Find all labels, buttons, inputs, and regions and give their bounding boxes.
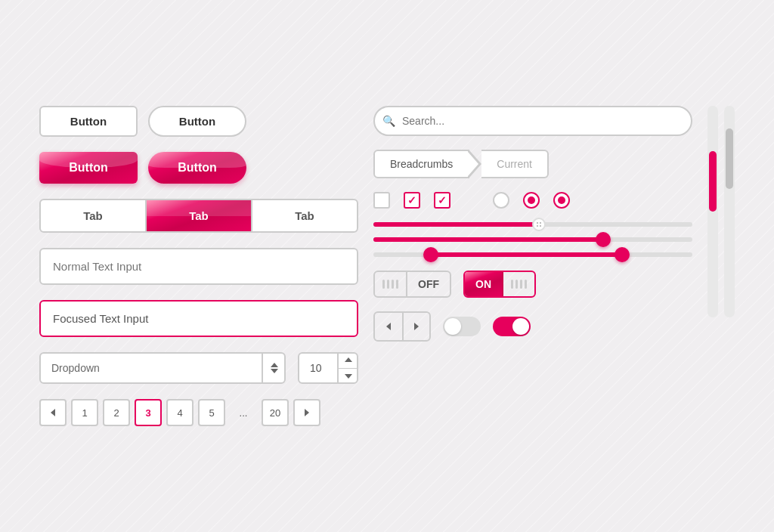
prev-icon xyxy=(51,409,55,416)
toggle-line-r1 xyxy=(511,280,513,289)
slider-3-track xyxy=(373,252,692,257)
tab-3[interactable]: Tab xyxy=(252,200,357,231)
toggle-lines-left xyxy=(375,274,406,295)
spinner-up-icon xyxy=(345,357,352,362)
spinner-wrapper xyxy=(298,352,358,384)
button-pink-1[interactable]: Button xyxy=(39,152,138,184)
checkbox-checked-2[interactable]: ✓ xyxy=(434,192,450,209)
radio-checked-2[interactable] xyxy=(553,192,570,209)
slider-2-track xyxy=(373,237,692,242)
breadcrumb-separator xyxy=(469,150,481,178)
toggle-lines-right xyxy=(503,274,534,295)
scrollbar-thumb-pink[interactable] xyxy=(709,151,717,212)
slider-3-fill xyxy=(431,252,622,257)
toggle-line-1 xyxy=(382,280,385,289)
ios-toggle-off[interactable] xyxy=(443,317,481,336)
scrollbar-vertical-pink[interactable] xyxy=(707,106,718,317)
scrollbar-section xyxy=(707,106,735,426)
tab-2[interactable]: Tab xyxy=(147,200,252,231)
spinner-down-btn[interactable] xyxy=(339,369,358,385)
pagination-row: 1 2 3 4 5 ... 20 xyxy=(39,399,358,426)
dropdown-wrapper: Dropdown xyxy=(39,352,286,384)
button-outline-1[interactable]: Button xyxy=(39,106,138,137)
checks-radios-row: ✓ ✓ xyxy=(373,192,692,209)
breadcrumb-item-1[interactable]: Breadcrumbs xyxy=(373,150,469,178)
page-5[interactable]: 5 xyxy=(198,399,225,426)
tabs-row: Tab Tab Tab xyxy=(39,199,358,233)
breadcrumb-current: Current xyxy=(481,150,549,178)
page-1[interactable]: 1 xyxy=(71,399,98,426)
toggle-line-r3 xyxy=(520,280,522,289)
next-icon xyxy=(305,409,309,416)
toggles-row: OFF ON xyxy=(373,271,692,298)
spinner-down-icon xyxy=(345,374,352,379)
button-pink-rounded-1[interactable]: Button xyxy=(148,152,246,184)
page-dots: ... xyxy=(230,399,257,426)
toggle-on-label: ON xyxy=(465,272,503,296)
search-input[interactable] xyxy=(373,106,692,136)
radio-dot-1 xyxy=(528,196,535,204)
dropdown-arrow-down xyxy=(271,369,278,373)
page-2[interactable]: 2 xyxy=(103,399,130,426)
toggle-on[interactable]: ON xyxy=(463,271,536,298)
page-4[interactable]: 4 xyxy=(166,399,194,426)
spinner-arrows xyxy=(337,352,358,384)
pink-buttons-row: Button Button xyxy=(39,152,358,184)
focused-text-input[interactable] xyxy=(39,300,358,337)
sliders-section xyxy=(373,222,692,257)
media-next-icon xyxy=(414,323,419,330)
slider-2-fill xyxy=(373,237,603,242)
spinner-up-btn[interactable] xyxy=(339,352,358,369)
slider-1-thumb[interactable] xyxy=(532,218,546,231)
button-outline-rounded-1[interactable]: Button xyxy=(148,106,246,137)
search-icon: 🔍 xyxy=(382,115,395,127)
pagination-prev[interactable] xyxy=(39,399,67,426)
toggle-line-r2 xyxy=(515,280,518,289)
toggle-off-label: OFF xyxy=(406,272,450,296)
toggle-line-4 xyxy=(396,280,398,289)
media-btn-group xyxy=(373,311,431,342)
dropdown-arrow-up xyxy=(271,363,278,367)
pagination-next[interactable] xyxy=(293,399,320,426)
slider-3-thumb-right[interactable] xyxy=(615,247,630,262)
radio-unchecked[interactable] xyxy=(493,192,509,209)
slider-1-fill xyxy=(373,222,539,227)
checkbox-unchecked[interactable] xyxy=(373,192,390,209)
right-panel: 🔍 Breadcrumbs Current ✓ ✓ xyxy=(373,106,692,426)
form-controls-row: Dropdown xyxy=(39,352,358,384)
checkbox-checked-1[interactable]: ✓ xyxy=(404,192,420,209)
media-ios-row xyxy=(373,311,692,342)
dropdown-arrow[interactable] xyxy=(262,352,286,384)
page-3[interactable]: 3 xyxy=(135,399,162,426)
breadcrumb-row: Breadcrumbs Current xyxy=(373,150,692,178)
radio-dot-2 xyxy=(558,196,565,204)
radio-checked-1[interactable] xyxy=(523,192,540,209)
normal-text-input[interactable] xyxy=(39,248,358,285)
outline-buttons-row: Button Button xyxy=(39,106,358,137)
slider-2-thumb[interactable] xyxy=(596,232,611,247)
scrollbar-vertical-gray[interactable] xyxy=(724,106,735,317)
toggle-line-3 xyxy=(392,280,394,289)
toggle-line-r4 xyxy=(525,280,527,289)
search-wrapper: 🔍 xyxy=(373,106,692,136)
slider-1-track xyxy=(373,222,692,227)
media-prev-icon xyxy=(386,323,391,330)
tab-1[interactable]: Tab xyxy=(41,200,147,231)
ios-toggle-on[interactable] xyxy=(493,317,531,336)
left-panel: Button Button Button Button Tab Tab Tab … xyxy=(39,106,358,426)
toggle-line-2 xyxy=(387,280,389,289)
media-next-btn[interactable] xyxy=(402,313,429,340)
dropdown-select[interactable]: Dropdown xyxy=(39,352,286,384)
media-prev-btn[interactable] xyxy=(375,313,402,340)
toggle-off[interactable]: OFF xyxy=(373,271,451,298)
slider-3-thumb-left[interactable] xyxy=(423,247,438,262)
page-20[interactable]: 20 xyxy=(262,399,289,426)
scrollbar-thumb-gray[interactable] xyxy=(726,128,733,189)
